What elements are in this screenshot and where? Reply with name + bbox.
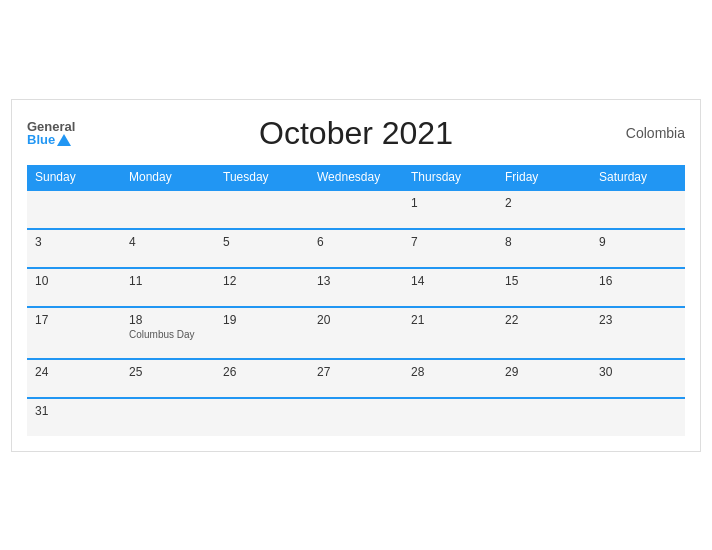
day-number: 2	[505, 196, 583, 210]
day-number: 23	[599, 313, 677, 327]
day-number: 26	[223, 365, 301, 379]
week-row-2: 10111213141516	[27, 268, 685, 307]
calendar-cell	[403, 398, 497, 436]
week-row-0: 12	[27, 190, 685, 229]
calendar-cell: 1	[403, 190, 497, 229]
day-number: 9	[599, 235, 677, 249]
calendar-table: SundayMondayTuesdayWednesdayThursdayFrid…	[27, 165, 685, 436]
weekday-header-row: SundayMondayTuesdayWednesdayThursdayFrid…	[27, 165, 685, 190]
calendar-cell	[309, 190, 403, 229]
calendar-cell	[591, 190, 685, 229]
calendar-cell: 10	[27, 268, 121, 307]
day-number: 16	[599, 274, 677, 288]
calendar-cell	[591, 398, 685, 436]
calendar-cell: 6	[309, 229, 403, 268]
day-number: 7	[411, 235, 489, 249]
calendar-cell: 26	[215, 359, 309, 398]
event-label: Columbus Day	[129, 329, 207, 340]
day-number: 20	[317, 313, 395, 327]
calendar-cell: 19	[215, 307, 309, 359]
day-number: 18	[129, 313, 207, 327]
weekday-header-tuesday: Tuesday	[215, 165, 309, 190]
day-number: 28	[411, 365, 489, 379]
country-label: Colombia	[626, 125, 685, 141]
day-number: 5	[223, 235, 301, 249]
calendar-cell: 29	[497, 359, 591, 398]
calendar-cell	[215, 398, 309, 436]
calendar-cell	[309, 398, 403, 436]
calendar-cell: 23	[591, 307, 685, 359]
day-number: 8	[505, 235, 583, 249]
calendar-container: General Blue October 2021 Colombia Sunda…	[11, 99, 701, 452]
calendar-cell: 2	[497, 190, 591, 229]
week-row-1: 3456789	[27, 229, 685, 268]
day-number: 12	[223, 274, 301, 288]
calendar-cell: 8	[497, 229, 591, 268]
calendar-cell: 20	[309, 307, 403, 359]
weekday-header-saturday: Saturday	[591, 165, 685, 190]
calendar-cell: 30	[591, 359, 685, 398]
day-number: 30	[599, 365, 677, 379]
calendar-cell: 9	[591, 229, 685, 268]
calendar-cell: 5	[215, 229, 309, 268]
weekday-header-thursday: Thursday	[403, 165, 497, 190]
day-number: 15	[505, 274, 583, 288]
calendar-cell: 4	[121, 229, 215, 268]
calendar-cell	[27, 190, 121, 229]
calendar-cell	[121, 190, 215, 229]
weekday-header-sunday: Sunday	[27, 165, 121, 190]
calendar-cell: 18Columbus Day	[121, 307, 215, 359]
calendar-cell: 24	[27, 359, 121, 398]
day-number: 24	[35, 365, 113, 379]
logo-blue-text: Blue	[27, 133, 55, 146]
calendar-cell: 25	[121, 359, 215, 398]
day-number: 14	[411, 274, 489, 288]
calendar-cell	[121, 398, 215, 436]
weekday-header-friday: Friday	[497, 165, 591, 190]
weekday-header-monday: Monday	[121, 165, 215, 190]
day-number: 21	[411, 313, 489, 327]
calendar-header: General Blue October 2021 Colombia	[27, 110, 685, 157]
weekday-header-wednesday: Wednesday	[309, 165, 403, 190]
calendar-cell: 7	[403, 229, 497, 268]
calendar-cell: 21	[403, 307, 497, 359]
calendar-cell: 28	[403, 359, 497, 398]
day-number: 3	[35, 235, 113, 249]
day-number: 17	[35, 313, 113, 327]
day-number: 4	[129, 235, 207, 249]
week-row-5: 31	[27, 398, 685, 436]
logo: General Blue	[27, 120, 75, 146]
calendar-cell	[215, 190, 309, 229]
day-number: 13	[317, 274, 395, 288]
calendar-cell: 12	[215, 268, 309, 307]
day-number: 29	[505, 365, 583, 379]
calendar-cell: 31	[27, 398, 121, 436]
day-number: 11	[129, 274, 207, 288]
calendar-title: October 2021	[259, 115, 453, 152]
day-number: 10	[35, 274, 113, 288]
calendar-cell: 16	[591, 268, 685, 307]
week-row-3: 1718Columbus Day1920212223	[27, 307, 685, 359]
calendar-cell: 3	[27, 229, 121, 268]
day-number: 19	[223, 313, 301, 327]
day-number: 27	[317, 365, 395, 379]
day-number: 25	[129, 365, 207, 379]
calendar-cell: 11	[121, 268, 215, 307]
week-row-4: 24252627282930	[27, 359, 685, 398]
calendar-cell: 27	[309, 359, 403, 398]
calendar-cell: 14	[403, 268, 497, 307]
day-number: 31	[35, 404, 113, 418]
calendar-cell: 22	[497, 307, 591, 359]
day-number: 1	[411, 196, 489, 210]
calendar-cell	[497, 398, 591, 436]
day-number: 22	[505, 313, 583, 327]
calendar-cell: 15	[497, 268, 591, 307]
calendar-cell: 13	[309, 268, 403, 307]
calendar-cell: 17	[27, 307, 121, 359]
day-number: 6	[317, 235, 395, 249]
logo-triangle-icon	[57, 134, 71, 146]
